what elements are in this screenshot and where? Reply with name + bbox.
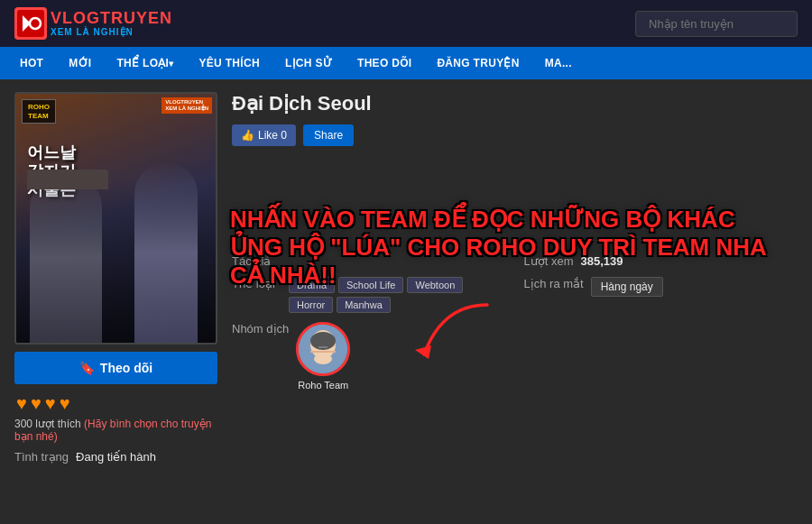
group-row: Nhóm dịch xyxy=(232,322,506,391)
group-container[interactable]: Roho Team xyxy=(296,322,350,391)
follow-button[interactable]: 🔖 Theo dõi xyxy=(14,352,217,384)
like-label: Like 0 xyxy=(258,129,287,142)
action-buttons: 👍 Like 0 Share xyxy=(232,124,798,146)
right-panel: Đại Dịch Seoul 👍 Like 0 Share NHẤN VÀO T… xyxy=(232,92,798,511)
nav: HOT MỚI THỂ LOẠI YÊU THÍCH LỊCH SỬ THEO … xyxy=(0,47,812,79)
logo-text: VLOGTRUYEN XEM LÀ NGHIỆN xyxy=(51,10,172,38)
status-value: Đang tiến hành xyxy=(76,450,156,464)
group-name: Roho Team xyxy=(298,380,348,391)
cover-image: ROHOTEAM VLOGTRUYENXEM LÀ NGHIỆN 어느날갑자기서… xyxy=(14,92,217,345)
genre-label: Thể loại xyxy=(232,277,281,290)
release-label: Lịch ra mắt xyxy=(524,277,584,290)
logo: VLOGTRUYEN XEM LÀ NGHIỆN xyxy=(14,7,172,40)
info-grid: Tác giả Lượt xem 385,139 Thể loại Drama … xyxy=(232,254,798,391)
tag-webtoon[interactable]: Webtoon xyxy=(407,277,463,293)
left-panel: ROHOTEAM VLOGTRUYENXEM LÀ NGHIỆN 어느날갑자기서… xyxy=(14,92,217,511)
tag-drama[interactable]: Drama xyxy=(289,277,335,293)
status-row: Tình trạng Đang tiến hành xyxy=(14,450,217,464)
like-button[interactable]: 👍 Like 0 xyxy=(232,124,296,146)
heart-2[interactable]: ♥ xyxy=(31,393,42,414)
manga-title: Đại Dịch Seoul xyxy=(232,92,798,115)
follow-label: Theo dõi xyxy=(100,361,152,375)
cover-site-badge: VLOGTRUYENXEM LÀ NGHIỆN xyxy=(161,97,212,114)
heart-3[interactable]: ♥ xyxy=(45,393,56,414)
tag-school[interactable]: School Life xyxy=(338,277,403,293)
search-input[interactable] xyxy=(635,11,798,37)
nav-more[interactable]: MA... xyxy=(532,47,585,79)
header: VLOGTRUYEN XEM LÀ NGHIỆN xyxy=(0,0,812,47)
likes-count: 300 lượt thích xyxy=(14,418,81,430)
share-button[interactable]: Share xyxy=(303,124,354,146)
views-count: 385,139 xyxy=(581,254,623,268)
group-label: Nhóm dịch xyxy=(232,322,289,336)
views-label: Lượt xem xyxy=(524,254,574,268)
svg-point-8 xyxy=(314,354,332,364)
heart-4[interactable]: ♥ xyxy=(60,393,70,414)
group-avatar[interactable] xyxy=(296,322,350,376)
nav-dangtruyen[interactable]: ĐĂNG TRUYỆN xyxy=(424,47,531,79)
status-label: Tình trạng xyxy=(14,450,69,464)
logo-sub: XEM LÀ NGHIỆN xyxy=(51,27,172,37)
nav-theodoi[interactable]: THEO DÕI xyxy=(345,47,424,79)
logo-icon xyxy=(14,7,47,40)
tags-container: Drama School Life Webtoon Horror Manhwa xyxy=(289,277,506,313)
release-value: Hàng ngày xyxy=(591,277,663,297)
cover-roho-label: ROHOTEAM xyxy=(28,103,50,120)
author-label: Tác giả xyxy=(232,254,281,268)
nav-yeuthich[interactable]: YÊU THÍCH xyxy=(187,47,272,79)
release-row: Lịch ra mắt Hàng ngày xyxy=(524,277,798,313)
nav-lichsu[interactable]: LỊCH SỬ xyxy=(272,47,345,79)
heart-1[interactable]: ♥ xyxy=(16,393,27,414)
author-row: Tác giả xyxy=(232,254,506,268)
tag-horror[interactable]: Horror xyxy=(289,297,333,313)
views-row: Lượt xem 385,139 xyxy=(524,254,798,268)
logo-main: VLOGTRUYEN xyxy=(51,10,172,28)
nav-theloai[interactable]: THỂ LOẠI xyxy=(104,47,186,79)
nav-moi[interactable]: MỚI xyxy=(56,47,104,79)
content: ROHOTEAM VLOGTRUYENXEM LÀ NGHIỆN 어느날갑자기서… xyxy=(0,79,812,524)
thumbs-up-icon: 👍 xyxy=(241,129,254,142)
hearts-row: ♥ ♥ ♥ ♥ xyxy=(14,393,217,414)
tag-manhwa[interactable]: Manhwa xyxy=(337,297,391,313)
likes-row: 300 lượt thích (Hãy bình chọn cho truyện… xyxy=(14,418,217,443)
genre-row: Thể loại Drama School Life Webtoon Horro… xyxy=(232,277,506,313)
group-avatar-inner xyxy=(299,325,347,373)
nav-hot[interactable]: HOT xyxy=(7,47,56,79)
bookmark-icon: 🔖 xyxy=(79,361,95,375)
